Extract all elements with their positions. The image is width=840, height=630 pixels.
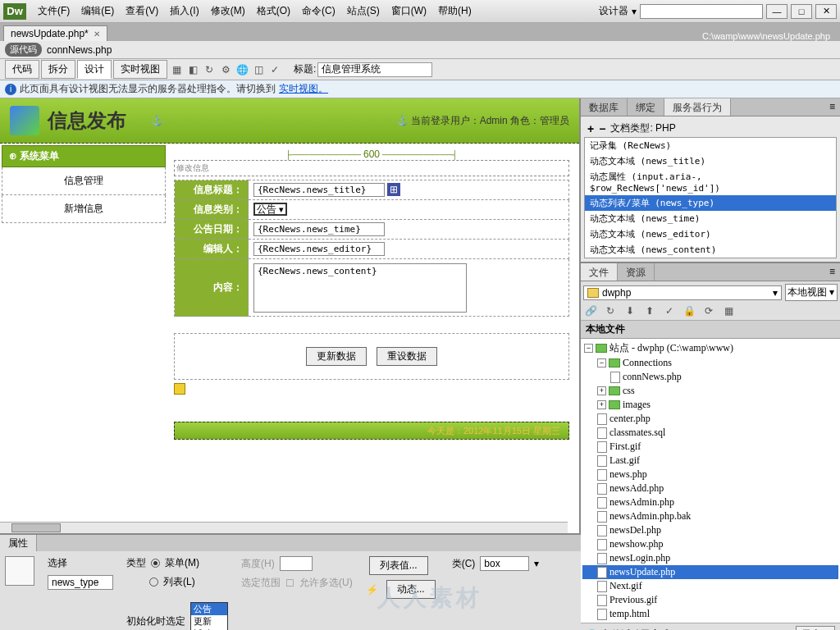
panel-menu-icon[interactable]: ≡ [824,263,840,281]
tree-item[interactable]: − Connections [582,356,838,370]
tree-item[interactable]: news.php [582,468,838,482]
menu-commands[interactable]: 命令(C) [297,2,340,21]
tree-item[interactable]: + css [582,384,838,398]
element-name-input[interactable] [48,575,113,590]
sidebar-item-manage[interactable]: 信息管理 [2,167,166,195]
tab-bindings[interactable]: 绑定 [628,98,664,116]
tree-item[interactable]: + images [582,398,838,412]
tree-item[interactable]: First.gif [582,440,838,454]
properties-tab[interactable]: 属性 [0,535,37,551]
inspect-icon[interactable]: ◧ [185,62,200,77]
behavior-item[interactable]: 记录集 (RecNews) [585,138,836,153]
tree-item[interactable]: classmates.sql [582,426,838,440]
site-selector[interactable]: dwphp▾ [583,285,782,300]
select-type[interactable]: 公告 ▾ [253,203,287,216]
menu-modify[interactable]: 修改(M) [206,2,250,21]
split-view-button[interactable]: 拆分 [41,60,75,79]
tab-assets[interactable]: 资源 [618,263,655,281]
sidebar-item-add[interactable]: 新增信息 [2,195,166,223]
radio-menu[interactable] [151,559,160,568]
behavior-item[interactable]: 动态文本域 (news_content) [585,242,836,258]
related-file[interactable]: connNews.php [47,44,112,56]
source-badge[interactable]: 源代码 [5,43,42,57]
tree-item[interactable]: newsAdd.php [582,482,838,495]
server-icon[interactable]: ⚙ [218,62,233,77]
textarea-content[interactable]: {RecNews.news_content} [253,263,467,313]
tree-item[interactable]: newsAdmin.php [582,495,838,509]
tree-item[interactable]: − 站点 - dwphp (C:\wamp\www) [582,340,838,356]
class-input[interactable] [480,556,529,571]
view-selector[interactable]: 本地视图 ▾ [785,284,838,301]
menu-edit[interactable]: 编辑(E) [76,2,119,21]
behavior-item[interactable]: 动态列表/菜单 (news_type) [585,195,836,211]
behaviors-list[interactable]: 记录集 (RecNews)动态文本域 (news_title)动态属性 (inp… [584,137,837,258]
update-button[interactable]: 更新数据 [306,347,367,366]
menu-help[interactable]: 帮助(H) [433,2,477,21]
workspace-label[interactable]: 设计器 [599,4,628,18]
sync-icon[interactable]: ⟳ [702,305,715,318]
design-view[interactable]: 信息发布 ⚓ ⚓ 当前登录用户：Admin 角色：管理员 ⊕ 系统菜单 信息管理… [0,98,581,533]
tree-item[interactable]: temp.html [582,607,838,621]
search-input[interactable] [640,4,763,19]
maximize-button[interactable]: □ [791,4,812,19]
panel-menu-icon[interactable]: ≡ [824,98,840,116]
tree-item[interactable]: Last.gif [582,454,838,468]
visual-aids-icon[interactable]: ◫ [251,62,266,77]
document-tab[interactable]: newsUpdate.php* ✕ [3,25,107,41]
reset-button[interactable]: 重设数据 [377,347,437,366]
input-title[interactable] [253,183,385,197]
code-view-button[interactable]: 代码 [5,60,39,79]
tab-files[interactable]: 文件 [581,263,618,281]
list-values-button[interactable]: 列表值... [369,556,428,575]
tree-item[interactable]: newsLogin.php [582,551,838,565]
tab-database[interactable]: 数据库 [581,98,628,116]
menu-file[interactable]: 文件(F) [33,2,75,21]
tree-item[interactable]: newsAdmin.php.bak [582,509,838,523]
menu-site[interactable]: 站点(S) [342,2,385,21]
tree-item[interactable]: newsUpdate.php [582,565,838,579]
live-code-icon[interactable]: ▦ [169,62,184,77]
preview-icon[interactable]: 🌐 [235,62,249,77]
behavior-item[interactable]: 动态文本域 (news_title) [585,153,836,169]
menu-view[interactable]: 查看(V) [121,2,163,21]
live-view-button[interactable]: 实时视图 [113,60,167,79]
file-tree[interactable]: − 站点 - dwphp (C:\wamp\www)− Connections … [581,339,840,623]
menu-format[interactable]: 格式(O) [252,2,295,21]
horizontal-scrollbar[interactable] [0,522,568,533]
connect-icon[interactable]: 🔗 [584,305,597,318]
tree-item[interactable]: connNews.php [582,370,838,384]
checkin-icon[interactable]: 🔒 [682,305,696,318]
menu-insert[interactable]: 插入(I) [165,2,203,21]
minimize-button[interactable]: — [766,4,788,19]
menu-window[interactable]: 窗口(W) [386,2,431,21]
expand-icon[interactable]: ▦ [722,305,735,318]
behavior-item[interactable]: 动态属性 (input.aria-, $row_RecNews['news_id… [585,169,836,195]
close-icon[interactable]: ✕ [94,30,100,39]
tab-server-behaviors[interactable]: 服务器行为 [664,98,731,116]
add-behavior-button[interactable]: + [587,122,594,135]
log-button[interactable]: 日志... [796,626,835,630]
chevron-down-icon[interactable]: ▾ [632,6,637,17]
tree-item[interactable]: Next.gif [582,579,838,593]
close-button[interactable]: ✕ [815,4,837,19]
init-select[interactable]: 公告 更新 活动 [190,602,228,630]
behavior-item[interactable]: 动态文本域 (news_time) [585,211,836,226]
tree-item[interactable]: center.php [582,412,838,426]
tree-item[interactable]: newshow.php [582,537,838,551]
tree-item[interactable]: newsDel.php [582,523,838,537]
check-icon[interactable]: ✓ [267,62,282,77]
remove-behavior-button[interactable]: − [599,122,605,135]
radio-list[interactable] [149,578,158,587]
title-input[interactable] [317,62,432,77]
refresh-icon[interactable]: ↻ [604,305,617,318]
behavior-item[interactable]: 动态文本域 (news_editor) [585,226,836,242]
input-date[interactable] [253,222,385,236]
checkout-icon[interactable]: ✓ [663,305,676,318]
input-editor[interactable] [253,242,385,256]
design-view-button[interactable]: 设计 [77,60,112,79]
refresh-icon[interactable]: ↻ [202,62,217,77]
live-view-link[interactable]: 实时视图。 [279,82,328,96]
tree-item[interactable]: Previous.gif [582,593,838,607]
put-icon[interactable]: ⬆ [643,305,656,318]
get-icon[interactable]: ⬇ [623,305,637,318]
